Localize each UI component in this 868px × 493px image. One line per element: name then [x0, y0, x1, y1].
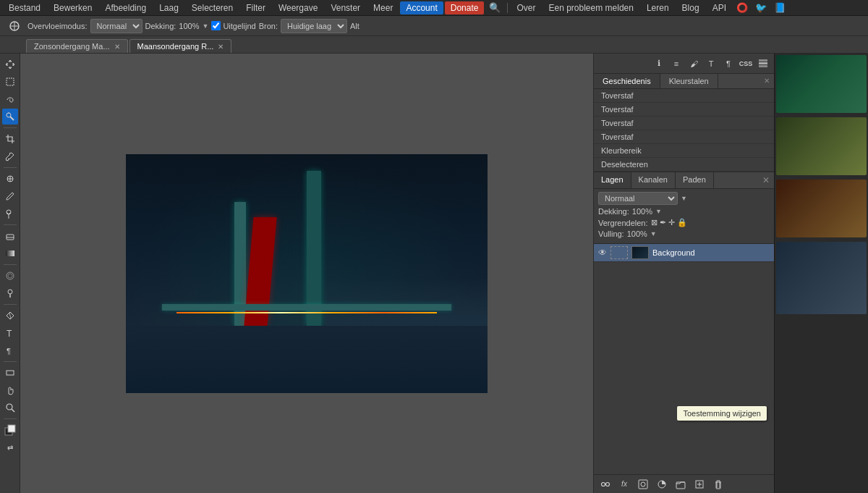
tab-kleurstalen[interactable]: Kleurstalen — [660, 74, 718, 88]
tab-lagen[interactable]: Lagen — [594, 172, 631, 188]
eyedropper-tool[interactable] — [2, 148, 18, 164]
menu-api[interactable]: API — [707, 1, 732, 14]
lock-position-icon[interactable]: ✛ — [668, 218, 675, 227]
gradient-tool[interactable] — [2, 245, 18, 261]
hand-tool[interactable] — [2, 382, 18, 398]
tab-zonsondergang[interactable]: Zonsondergang Ma... ✕ — [26, 39, 128, 53]
menu-venster[interactable]: Venster — [325, 1, 366, 14]
lock-row: Vergrendelen: ⊠ ✒ ✛ 🔒 — [598, 218, 770, 227]
swap-colors[interactable]: ⇄ — [2, 439, 18, 455]
canvas-area[interactable] — [20, 54, 593, 493]
menu-filter[interactable]: Filter — [240, 1, 271, 14]
move-tool[interactable] — [2, 56, 18, 72]
overvloeimodus-select[interactable]: Normaal — [90, 19, 142, 33]
tab-close-maansondergang[interactable]: ✕ — [218, 43, 224, 51]
add-mask-btn[interactable] — [636, 477, 650, 492]
clone-stamp-tool[interactable] — [2, 206, 18, 222]
layer-visibility-icon[interactable]: 👁 — [598, 248, 607, 258]
info-icon[interactable]: ℹ — [651, 56, 667, 71]
photo-thumb-4[interactable] — [776, 242, 867, 314]
text-panel-icon[interactable]: T — [703, 56, 719, 71]
uitgelijnd-checkbox-label[interactable]: Uitgelijnd — [211, 21, 255, 30]
dekking-arrow[interactable]: ▼ — [202, 22, 208, 30]
panel-close-btn[interactable]: ✕ — [760, 74, 774, 88]
magic-wand-tool[interactable] — [2, 109, 18, 125]
menu-afbeelding[interactable]: Afbeelding — [99, 1, 152, 14]
menu-over[interactable]: Over — [511, 1, 541, 14]
lock-icons: ⊠ ✒ ✛ 🔒 — [651, 218, 687, 227]
dekking-value: 100% — [179, 22, 199, 30]
history-item-6[interactable]: Deselecteren — [594, 158, 774, 172]
menu-laag[interactable]: Laag — [153, 1, 184, 14]
twitter-icon[interactable]: 🐦 — [752, 1, 770, 14]
lock-all-icon[interactable]: 🔒 — [677, 218, 687, 227]
uitgelijnd-checkbox[interactable] — [211, 21, 221, 30]
svg-point-5 — [7, 113, 11, 117]
fx-btn[interactable]: fx — [617, 477, 631, 492]
tab-kanalen[interactable]: Kanalen — [631, 172, 676, 188]
svg-rect-34 — [676, 482, 685, 489]
photo-thumb-1[interactable] — [776, 55, 867, 113]
menu-leren[interactable]: Leren — [641, 1, 675, 14]
menu-weergave[interactable]: Weergave — [273, 1, 323, 14]
menu-probleem[interactable]: Een probleem melden — [543, 1, 639, 14]
crop-tool[interactable] — [2, 131, 18, 147]
text-tool[interactable]: T — [2, 325, 18, 341]
foreground-color[interactable] — [2, 422, 18, 438]
opacity-label: Dekking: — [598, 207, 629, 216]
healing-brush-tool[interactable] — [2, 171, 18, 187]
photo-thumb-3[interactable] — [776, 180, 867, 237]
levels-icon[interactable]: ≡ — [668, 56, 684, 71]
menu-blog[interactable]: Blog — [676, 1, 705, 14]
paragraph-panel-icon[interactable]: ¶ — [720, 56, 736, 71]
search-icon[interactable]: 🔍 — [485, 1, 504, 14]
pen-tool[interactable] — [2, 308, 18, 324]
vulling-arrow[interactable]: ▼ — [650, 230, 657, 237]
history-item-4[interactable]: Toverstaf — [594, 130, 774, 144]
reddit-icon[interactable]: ⭕ — [733, 1, 751, 14]
opacity-arrow[interactable]: ▼ — [655, 208, 662, 215]
new-group-btn[interactable] — [673, 477, 688, 492]
lasso-tool[interactable] — [2, 91, 18, 107]
layers-panel-icon[interactable] — [755, 56, 771, 71]
dodge-tool[interactable] — [2, 285, 18, 301]
menu-selecteren[interactable]: Selecteren — [186, 1, 239, 14]
eraser-tool[interactable] — [2, 228, 18, 244]
photo-thumb-2[interactable] — [776, 117, 867, 175]
menu-donate[interactable]: Donate — [445, 1, 485, 14]
menu-meer[interactable]: Meer — [367, 1, 399, 14]
blendmode-select[interactable]: Normaal — [598, 192, 678, 205]
lock-pixels-icon[interactable]: ✒ — [660, 218, 666, 227]
paragraph-tool[interactable]: ¶ — [2, 342, 18, 358]
tab-maansondergang[interactable]: Maansondergang R... ✕ — [129, 39, 232, 53]
shape-tool[interactable] — [2, 365, 18, 381]
tab-close-zonsondergang[interactable]: ✕ — [114, 43, 120, 51]
layer-background[interactable]: 👁 Background — [594, 244, 774, 262]
blur-tool[interactable] — [2, 268, 18, 284]
history-item-2[interactable]: Toverstaf — [594, 103, 774, 117]
brush-tool[interactable] — [2, 188, 18, 204]
history-item-1[interactable]: Toverstaf — [594, 89, 774, 103]
svg-line-22 — [12, 409, 14, 412]
tab-geschiedenis[interactable]: Geschiedenis — [594, 74, 660, 88]
brush-panel-icon[interactable]: 🖌 — [686, 56, 702, 71]
zoom-tool[interactable] — [2, 400, 18, 416]
new-layer-btn[interactable] — [692, 477, 707, 492]
lock-transparent-icon[interactable]: ⊠ — [651, 218, 658, 227]
css-panel-icon[interactable]: CSS — [738, 56, 754, 71]
bron-select[interactable]: Huidige laag — [281, 19, 347, 33]
facebook-icon[interactable]: 📘 — [771, 1, 788, 14]
delete-layer-btn[interactable] — [711, 477, 726, 492]
link-layers-btn[interactable] — [598, 477, 613, 492]
marquee-tool[interactable] — [2, 74, 18, 90]
history-item-3[interactable]: Toverstaf — [594, 117, 774, 130]
adjustment-btn[interactable] — [655, 477, 669, 492]
svg-line-4 — [10, 117, 14, 120]
history-item-5[interactable]: Kleurbereik — [594, 144, 774, 158]
menu-bestand[interactable]: Bestand — [3, 1, 46, 14]
menu-bewerken[interactable]: Bewerken — [48, 1, 98, 14]
tab-paden[interactable]: Paden — [676, 172, 714, 188]
menu-account[interactable]: Account — [400, 1, 443, 14]
tool-sep-7 — [4, 418, 17, 419]
layers-panel-menu[interactable]: ✕ — [758, 172, 774, 188]
